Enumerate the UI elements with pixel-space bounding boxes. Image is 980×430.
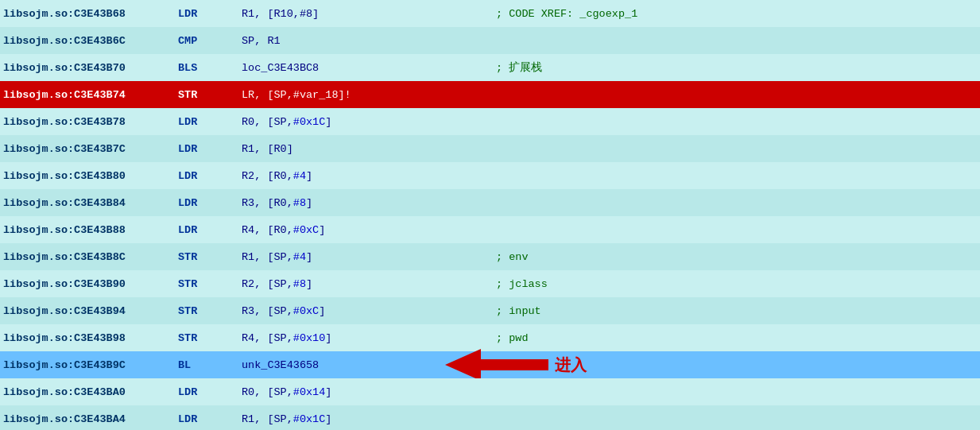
operands-cell: R3, [SP,#0xC]	[242, 305, 496, 317]
mnemonic-cell: LDR	[178, 170, 242, 182]
address-cell: libsojm.so:C3E43B98	[3, 332, 178, 344]
disasm-row: libsojm.so:C3E43B8CSTRR1, [SP,#4]; env	[0, 243, 980, 270]
address-cell: libsojm.so:C3E43B74	[3, 89, 178, 101]
operands-cell: R4, [SP,#0x10]	[242, 332, 496, 344]
disasm-row: libsojm.so:C3E43B70BLSloc_C3E43BC8; 扩展栈	[0, 54, 980, 81]
address-cell: libsojm.so:C3E43B70	[3, 62, 178, 74]
disasm-row: libsojm.so:C3E43B84LDRR3, [R0,#8]	[0, 189, 980, 216]
disasm-row: libsojm.so:C3E43B68LDRR1, [R10,#8]; CODE…	[0, 0, 980, 27]
address-cell: libsojm.so:C3E43BA4	[3, 413, 178, 425]
mnemonic-cell: STR	[178, 332, 242, 344]
operands-cell: R1, [SP,#4]	[242, 251, 496, 263]
disasm-row: libsojm.so:C3E43B6CCMPSP, R1	[0, 27, 980, 54]
operands-cell: R2, [SP,#8]	[242, 278, 496, 290]
address-cell: libsojm.so:C3E43B68	[3, 8, 178, 20]
operands-cell: R0, [SP,#0x1C]	[242, 116, 496, 128]
disasm-row: libsojm.so:C3E43BA4LDRR1, [SP,#0x1C]	[0, 405, 980, 430]
comment-cell: ; pwd	[496, 332, 977, 344]
operands-cell: unk_C3E43658	[242, 359, 496, 371]
address-cell: libsojm.so:C3E43B8C	[3, 251, 178, 263]
mnemonic-cell: LDR	[178, 116, 242, 128]
operands-cell: SP, R1	[242, 35, 496, 47]
mnemonic-cell: LDR	[178, 386, 242, 398]
address-cell: libsojm.so:C3E43B80	[3, 170, 178, 182]
disasm-row: libsojm.so:C3E43B74STRLR, [SP,#var_18]!	[0, 81, 980, 108]
disasm-row: libsojm.so:C3E43B78LDRR0, [SP,#0x1C]	[0, 108, 980, 135]
mnemonic-cell: STR	[178, 305, 242, 317]
mnemonic-cell: LDR	[178, 143, 242, 155]
address-cell: libsojm.so:C3E43B90	[3, 278, 178, 290]
operands-cell: R3, [R0,#8]	[242, 197, 496, 209]
mnemonic-cell: BLS	[178, 62, 242, 74]
mnemonic-cell: BL	[178, 359, 242, 371]
comment-cell: ; env	[496, 251, 977, 263]
mnemonic-cell: LDR	[178, 224, 242, 236]
arrow-label: 进入	[555, 354, 587, 376]
disasm-row: libsojm.so:C3E43B98STRR4, [SP,#0x10]; pw…	[0, 324, 980, 351]
comment-cell: ; jclass	[496, 278, 977, 290]
disasm-row: libsojm.so:C3E43B90STRR2, [SP,#8]; jclas…	[0, 270, 980, 297]
mnemonic-cell: LDR	[178, 197, 242, 209]
operands-cell: R1, [SP,#0x1C]	[242, 413, 496, 425]
operands-cell: R1, [R10,#8]	[242, 8, 496, 20]
address-cell: libsojm.so:C3E43B84	[3, 197, 178, 209]
address-cell: libsojm.so:C3E43B6C	[3, 35, 178, 47]
disasm-row: libsojm.so:C3E43B9CBLunk_C3E43658进入	[0, 351, 980, 378]
comment-cell: ; input	[496, 305, 977, 317]
disasm-row: libsojm.so:C3E43B7CLDRR1, [R0]	[0, 135, 980, 162]
address-cell: libsojm.so:C3E43BA0	[3, 386, 178, 398]
disasm-row: libsojm.so:C3E43BA0LDRR0, [SP,#0x14]	[0, 378, 980, 405]
disassembly-view: libsojm.so:C3E43B68LDRR1, [R10,#8]; CODE…	[0, 0, 980, 430]
operands-cell: R4, [R0,#0xC]	[242, 224, 496, 236]
mnemonic-cell: LDR	[178, 413, 242, 425]
address-cell: libsojm.so:C3E43B9C	[3, 359, 178, 371]
operands-cell: loc_C3E43BC8	[242, 62, 496, 74]
address-cell: libsojm.so:C3E43B94	[3, 305, 178, 317]
operands-cell: R1, [R0]	[242, 143, 496, 155]
comment-cell: ; CODE XREF: _cgoexp_1	[496, 8, 977, 20]
mnemonic-cell: STR	[178, 278, 242, 290]
operands-cell: LR, [SP,#var_18]!	[242, 89, 496, 101]
disasm-row: libsojm.so:C3E43B94STRR3, [SP,#0xC]; inp…	[0, 297, 980, 324]
mnemonic-cell: LDR	[178, 8, 242, 20]
mnemonic-cell: STR	[178, 89, 242, 101]
disasm-row: libsojm.so:C3E43B80LDRR2, [R0,#4]	[0, 162, 980, 189]
address-cell: libsojm.so:C3E43B88	[3, 224, 178, 236]
operands-cell: R0, [SP,#0x14]	[242, 386, 496, 398]
mnemonic-cell: STR	[178, 251, 242, 263]
operands-cell: R2, [R0,#4]	[242, 170, 496, 182]
mnemonic-cell: CMP	[178, 35, 242, 47]
comment-cell: ; 扩展栈	[496, 60, 977, 75]
disasm-row: libsojm.so:C3E43B88LDRR4, [R0,#0xC]	[0, 216, 980, 243]
address-cell: libsojm.so:C3E43B7C	[3, 143, 178, 155]
address-cell: libsojm.so:C3E43B78	[3, 116, 178, 128]
